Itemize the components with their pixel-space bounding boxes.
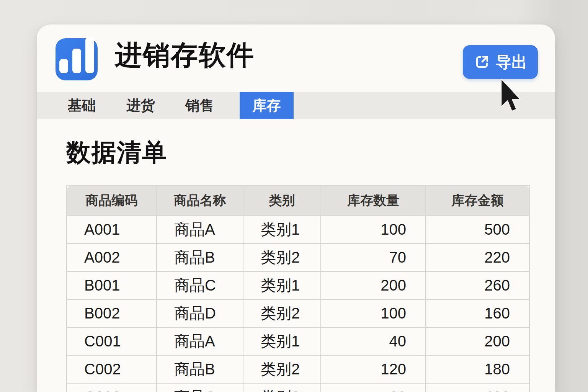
table-cell: C002: [67, 355, 157, 383]
table-row: C001商品A类别140200: [67, 327, 529, 355]
table-cell: 商品A: [157, 216, 243, 243]
inventory-table: 商品编码商品名称类别库存数量库存金额 A001商品A类别1100500A002商…: [66, 185, 530, 392]
table-cell: 100: [321, 216, 426, 243]
column-header: 商品名称: [157, 186, 243, 216]
export-button-label: 导出: [496, 52, 527, 73]
table-cell: 商品C: [157, 383, 243, 392]
tab-basic[interactable]: 基础: [55, 92, 109, 119]
table-cell: 220: [426, 243, 529, 271]
table-cell: 类别2: [243, 243, 321, 271]
table-cell: 60: [321, 383, 426, 392]
table-cell: 类别2: [243, 383, 321, 392]
table-header-row: 商品编码商品名称类别库存数量库存金额: [67, 186, 529, 216]
main-content: 数据清单 商品编码商品名称类别库存数量库存金额 A001商品A类别1100500…: [37, 119, 555, 392]
tab-purchase[interactable]: 进货: [114, 92, 168, 119]
table-cell: 180: [426, 355, 529, 383]
logo-bar-tall: [85, 38, 94, 73]
table-cell: 200: [426, 327, 529, 355]
logo-bar-medium: [72, 49, 81, 73]
table-body: A001商品A类别1100500A002商品B类别270220B001商品C类别…: [67, 216, 529, 392]
table-cell: 500: [426, 216, 529, 243]
table-cell: 120: [321, 355, 426, 383]
column-header: 库存数量: [321, 186, 426, 216]
table-cell: 商品A: [157, 327, 243, 355]
table-cell: 类别1: [243, 271, 321, 299]
table-cell: 商品D: [157, 299, 243, 327]
tab-inventory[interactable]: 库存: [240, 92, 294, 119]
table-cell: A001: [67, 216, 157, 243]
bar-chart-icon: [56, 38, 98, 80]
table-row: A002商品B类别270220: [67, 243, 529, 271]
table-cell: 400: [426, 383, 529, 392]
table-row: B001商品C类别1200260: [67, 271, 529, 299]
export-button[interactable]: 导出: [463, 45, 538, 79]
table-row: C003商品C类别260400: [67, 383, 529, 392]
table-cell: 260: [426, 271, 529, 299]
table-cell: 类别2: [243, 299, 321, 327]
table-cell: 70: [321, 243, 426, 271]
table-cell: C001: [67, 327, 157, 355]
app-title: 进销存软件: [115, 37, 255, 74]
table-cell: 类别1: [243, 327, 321, 355]
table-cell: B002: [67, 299, 157, 327]
tab-bar: 基础进货销售库存: [37, 92, 555, 119]
table-row: C002商品B类别2120180: [67, 355, 529, 383]
tab-sales[interactable]: 销售: [173, 92, 227, 119]
app-header: 进销存软件 导出: [37, 24, 555, 92]
table-cell: 200: [321, 271, 426, 299]
table-cell: 商品B: [157, 243, 243, 271]
desktop-background: { "app": { "title": "进销存软件", "logo_icon"…: [0, 0, 588, 392]
export-icon: [474, 54, 490, 70]
table-cell: C003: [67, 383, 157, 392]
column-header: 库存金额: [426, 186, 529, 216]
table-cell: 40: [321, 327, 426, 355]
table-cell: A002: [67, 243, 157, 271]
table-cell: B001: [67, 271, 157, 299]
table-cell: 商品B: [157, 355, 243, 383]
table-cell: 160: [426, 299, 529, 327]
table-cell: 100: [321, 299, 426, 327]
table-cell: 商品C: [157, 271, 243, 299]
column-header: 类别: [243, 186, 321, 216]
app-window: 进销存软件 导出 基础进货销售库存 数据清单 商品编码商品名称类别库存数量库存金…: [37, 24, 555, 392]
table-cell: 类别2: [243, 355, 321, 383]
table-row: B002商品D类别2100160: [67, 299, 529, 327]
section-title: 数据清单: [66, 136, 555, 169]
table-cell: 类别1: [243, 216, 321, 243]
logo-bar-small: [59, 59, 68, 73]
table-row: A001商品A类别1100500: [67, 216, 529, 243]
column-header: 商品编码: [67, 186, 157, 216]
